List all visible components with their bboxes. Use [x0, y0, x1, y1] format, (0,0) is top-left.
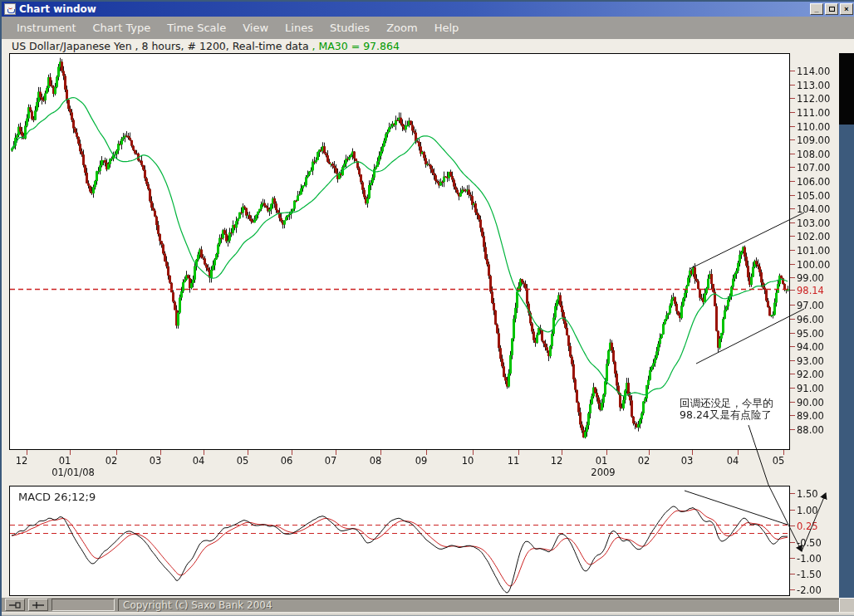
price-axis-label: 100.00 — [797, 259, 840, 271]
price-axis-label: 91.00 — [797, 383, 840, 394]
price-axis-label: 96.00 — [797, 314, 840, 325]
time-axis-label: 02 — [106, 455, 118, 467]
time-axis-label: 11 — [508, 455, 520, 467]
macd-axis-label: 1.00 — [797, 505, 840, 516]
macd-axis-label: -0.50 — [797, 537, 840, 549]
time-axis-label: 03 — [150, 455, 162, 467]
chart-canvas[interactable] — [2, 2, 854, 616]
time-axis-label: 01 — [596, 455, 608, 467]
time-axis-label: 05 — [773, 455, 785, 467]
macd-axis-label: -1.50 — [797, 569, 840, 580]
macd-study-label: MACD 26;12;9 — [18, 491, 96, 503]
macd-axis-label: -2.00 — [797, 584, 840, 596]
macd-axis-label: -1.00 — [797, 553, 840, 565]
time-axis-label: 12 — [551, 455, 563, 467]
price-axis-label: 114.00 — [797, 66, 840, 77]
current-price-label: 98.14 — [797, 285, 840, 296]
chart-window: Chart window _ × InstrumentChart TypeTim… — [0, 0, 854, 616]
price-axis-label: 104.00 — [797, 203, 840, 215]
price-axis-label: 108.00 — [797, 149, 840, 160]
time-axis-label: 12 — [16, 455, 28, 467]
time-axis-label: 07 — [325, 455, 337, 467]
price-axis-label: 112.00 — [797, 93, 840, 105]
price-axis-label: 99.00 — [797, 272, 840, 284]
macd-axis-label: 1.50 — [797, 488, 840, 500]
user-annotation-note: 回调还没足，今早的 98.24又是有点险了 — [680, 398, 773, 421]
price-axis-label: 88.00 — [797, 424, 840, 436]
price-axis-label: 103.00 — [797, 218, 840, 229]
price-axis-label: 105.00 — [797, 190, 840, 202]
price-axis-label: 89.00 — [797, 410, 840, 422]
time-axis-year-label: 01/01/08 — [52, 467, 95, 478]
price-axis-label: 95.00 — [797, 328, 840, 340]
time-axis-label: 08 — [370, 455, 382, 467]
annotation-line2: 98.24又是有点险了 — [680, 409, 773, 421]
macd-current-value-label: 0.25 — [797, 521, 840, 532]
time-axis-year-label: 2009 — [591, 467, 615, 478]
price-axis-label: 109.00 — [797, 134, 840, 146]
price-axis-label: 110.00 — [797, 121, 840, 133]
price-axis-label: 101.00 — [797, 245, 840, 257]
price-axis-label: 90.00 — [797, 397, 840, 408]
price-axis-label: 102.00 — [797, 231, 840, 242]
price-axis-label: 113.00 — [797, 80, 840, 91]
time-axis-label: 10 — [462, 455, 474, 467]
time-axis-label: 09 — [415, 455, 428, 467]
price-axis-label: 97.00 — [797, 300, 840, 311]
price-axis-label: 93.00 — [797, 355, 840, 367]
time-axis-label: 04 — [193, 455, 205, 467]
price-axis-label: 106.00 — [797, 176, 840, 188]
price-axis-label: 92.00 — [797, 369, 840, 380]
price-axis-label: 94.00 — [797, 341, 840, 353]
time-axis-label: 01 — [59, 455, 71, 467]
time-axis-label: 02 — [638, 455, 650, 467]
time-axis-label: 06 — [281, 455, 293, 467]
annotation-line1: 回调还没足，今早的 — [680, 398, 773, 409]
price-axis-label: 107.00 — [797, 162, 840, 174]
time-axis-label: 05 — [237, 455, 249, 467]
time-axis-label: 03 — [681, 455, 694, 467]
price-axis-label: 111.00 — [797, 107, 840, 119]
time-axis-label: 04 — [727, 455, 739, 467]
